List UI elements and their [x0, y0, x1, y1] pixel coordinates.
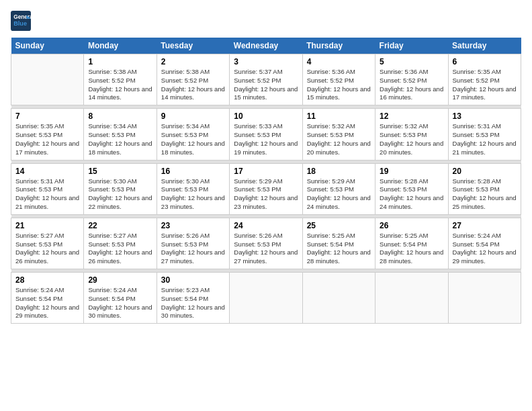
- calendar-cell: 4 Sunrise: 5:36 AM Sunset: 5:52 PM Dayli…: [302, 54, 375, 105]
- calendar-cell: 30 Sunrise: 5:23 AM Sunset: 5:54 PM Dayl…: [157, 273, 229, 324]
- calendar-cell: 12 Sunrise: 5:32 AM Sunset: 5:53 PM Dayl…: [375, 109, 448, 160]
- calendar-cell: 21 Sunrise: 5:27 AM Sunset: 5:53 PM Dayl…: [11, 218, 84, 269]
- day-info: Sunrise: 5:30 AM Sunset: 5:53 PM Dayligh…: [161, 177, 225, 212]
- day-info: Sunrise: 5:30 AM Sunset: 5:53 PM Dayligh…: [88, 177, 152, 212]
- day-number: 15: [88, 167, 152, 176]
- calendar-cell: 3 Sunrise: 5:37 AM Sunset: 5:52 PM Dayli…: [230, 54, 302, 105]
- day-number: 2: [161, 57, 225, 66]
- day-info: Sunrise: 5:32 AM Sunset: 5:53 PM Dayligh…: [307, 122, 371, 156]
- weekday-header-tuesday: Tuesday: [157, 38, 229, 54]
- calendar-cell: 19 Sunrise: 5:28 AM Sunset: 5:53 PM Dayl…: [375, 163, 448, 214]
- day-info: Sunrise: 5:31 AM Sunset: 5:53 PM Dayligh…: [453, 122, 517, 156]
- day-number: 1: [88, 57, 152, 66]
- day-info: Sunrise: 5:35 AM Sunset: 5:52 PM Dayligh…: [453, 68, 517, 102]
- svg-text:General: General: [13, 13, 31, 20]
- day-info: Sunrise: 5:24 AM Sunset: 5:54 PM Dayligh…: [15, 286, 79, 320]
- day-info: Sunrise: 5:26 AM Sunset: 5:53 PM Dayligh…: [234, 232, 298, 266]
- day-info: Sunrise: 5:36 AM Sunset: 5:52 PM Dayligh…: [307, 68, 371, 102]
- day-number: 19: [380, 167, 443, 176]
- weekday-header-friday: Friday: [375, 38, 448, 54]
- weekday-header-wednesday: Wednesday: [230, 38, 302, 54]
- calendar-table: SundayMondayTuesdayWednesdayThursdayFrid…: [11, 38, 521, 324]
- day-number: 14: [15, 167, 79, 176]
- day-number: 21: [15, 221, 79, 230]
- day-number: 17: [234, 167, 298, 176]
- day-info: Sunrise: 5:34 AM Sunset: 5:53 PM Dayligh…: [88, 122, 152, 156]
- calendar-cell: 10 Sunrise: 5:33 AM Sunset: 5:53 PM Dayl…: [230, 109, 302, 160]
- day-info: Sunrise: 5:26 AM Sunset: 5:53 PM Dayligh…: [161, 232, 225, 266]
- day-info: Sunrise: 5:24 AM Sunset: 5:54 PM Dayligh…: [453, 232, 517, 266]
- day-info: Sunrise: 5:35 AM Sunset: 5:53 PM Dayligh…: [15, 122, 79, 156]
- day-info: Sunrise: 5:25 AM Sunset: 5:54 PM Dayligh…: [307, 232, 371, 266]
- calendar-cell: 22 Sunrise: 5:27 AM Sunset: 5:53 PM Dayl…: [84, 218, 157, 269]
- calendar-cell: 6 Sunrise: 5:35 AM Sunset: 5:52 PM Dayli…: [448, 54, 521, 105]
- day-info: Sunrise: 5:38 AM Sunset: 5:52 PM Dayligh…: [88, 68, 152, 102]
- calendar-cell: [375, 273, 448, 324]
- day-info: Sunrise: 5:24 AM Sunset: 5:54 PM Dayligh…: [88, 286, 152, 320]
- calendar-cell: 29 Sunrise: 5:24 AM Sunset: 5:54 PM Dayl…: [84, 273, 157, 324]
- day-number: 20: [453, 167, 517, 176]
- calendar-cell: 14 Sunrise: 5:31 AM Sunset: 5:53 PM Dayl…: [11, 163, 84, 214]
- calendar-cell: 28 Sunrise: 5:24 AM Sunset: 5:54 PM Dayl…: [11, 273, 84, 324]
- page-header: General Blue: [11, 11, 521, 31]
- calendar-cell: 1 Sunrise: 5:38 AM Sunset: 5:52 PM Dayli…: [84, 54, 157, 105]
- day-number: 6: [453, 57, 517, 66]
- day-info: Sunrise: 5:29 AM Sunset: 5:53 PM Dayligh…: [307, 177, 371, 212]
- calendar-cell: [11, 54, 84, 105]
- day-number: 5: [380, 57, 443, 66]
- calendar-cell: 16 Sunrise: 5:30 AM Sunset: 5:53 PM Dayl…: [157, 163, 229, 214]
- calendar-cell: [448, 273, 521, 324]
- day-info: Sunrise: 5:23 AM Sunset: 5:54 PM Dayligh…: [161, 286, 225, 320]
- calendar-cell: 23 Sunrise: 5:26 AM Sunset: 5:53 PM Dayl…: [157, 218, 229, 269]
- calendar-cell: 26 Sunrise: 5:25 AM Sunset: 5:54 PM Dayl…: [375, 218, 448, 269]
- calendar-cell: 9 Sunrise: 5:34 AM Sunset: 5:53 PM Dayli…: [157, 109, 229, 160]
- day-number: 7: [15, 111, 79, 121]
- day-info: Sunrise: 5:25 AM Sunset: 5:54 PM Dayligh…: [380, 232, 443, 266]
- day-number: 25: [307, 221, 371, 230]
- day-number: 24: [234, 221, 298, 230]
- day-number: 9: [161, 111, 225, 121]
- weekday-header-monday: Monday: [84, 38, 157, 54]
- calendar-cell: 25 Sunrise: 5:25 AM Sunset: 5:54 PM Dayl…: [302, 218, 375, 269]
- calendar-cell: [230, 273, 302, 324]
- day-number: 8: [88, 111, 152, 121]
- day-number: 10: [234, 111, 298, 121]
- day-number: 11: [307, 111, 371, 121]
- day-number: 30: [161, 275, 225, 285]
- weekday-header-thursday: Thursday: [302, 38, 375, 54]
- day-info: Sunrise: 5:38 AM Sunset: 5:52 PM Dayligh…: [161, 68, 225, 102]
- calendar-cell: [302, 273, 375, 324]
- calendar-cell: 13 Sunrise: 5:31 AM Sunset: 5:53 PM Dayl…: [448, 109, 521, 160]
- weekday-header-sunday: Sunday: [11, 38, 84, 54]
- day-info: Sunrise: 5:27 AM Sunset: 5:53 PM Dayligh…: [15, 232, 79, 266]
- weekday-header-saturday: Saturday: [448, 38, 521, 54]
- calendar-cell: 11 Sunrise: 5:32 AM Sunset: 5:53 PM Dayl…: [302, 109, 375, 160]
- calendar-cell: 5 Sunrise: 5:36 AM Sunset: 5:52 PM Dayli…: [375, 54, 448, 105]
- day-info: Sunrise: 5:36 AM Sunset: 5:52 PM Dayligh…: [380, 68, 443, 102]
- day-number: 28: [15, 275, 79, 285]
- day-number: 23: [161, 221, 225, 230]
- day-number: 26: [380, 221, 443, 230]
- day-number: 4: [307, 57, 371, 66]
- calendar-cell: 27 Sunrise: 5:24 AM Sunset: 5:54 PM Dayl…: [448, 218, 521, 269]
- day-number: 12: [380, 111, 443, 121]
- day-info: Sunrise: 5:34 AM Sunset: 5:53 PM Dayligh…: [161, 122, 225, 156]
- svg-text:Blue: Blue: [13, 20, 27, 27]
- day-info: Sunrise: 5:33 AM Sunset: 5:53 PM Dayligh…: [234, 122, 298, 156]
- calendar-cell: 15 Sunrise: 5:30 AM Sunset: 5:53 PM Dayl…: [84, 163, 157, 214]
- day-number: 3: [234, 57, 298, 66]
- calendar-cell: 7 Sunrise: 5:35 AM Sunset: 5:53 PM Dayli…: [11, 109, 84, 160]
- day-info: Sunrise: 5:37 AM Sunset: 5:52 PM Dayligh…: [234, 68, 298, 102]
- day-number: 27: [453, 221, 517, 230]
- logo-icon: General Blue: [11, 11, 31, 31]
- calendar-cell: 20 Sunrise: 5:28 AM Sunset: 5:53 PM Dayl…: [448, 163, 521, 214]
- day-number: 13: [453, 111, 517, 121]
- day-info: Sunrise: 5:32 AM Sunset: 5:53 PM Dayligh…: [380, 122, 443, 156]
- logo: General Blue: [11, 11, 32, 31]
- day-info: Sunrise: 5:27 AM Sunset: 5:53 PM Dayligh…: [88, 232, 152, 266]
- day-number: 22: [88, 221, 152, 230]
- day-info: Sunrise: 5:28 AM Sunset: 5:53 PM Dayligh…: [453, 177, 517, 212]
- day-number: 29: [88, 275, 152, 285]
- day-number: 18: [307, 167, 371, 176]
- calendar-cell: 18 Sunrise: 5:29 AM Sunset: 5:53 PM Dayl…: [302, 163, 375, 214]
